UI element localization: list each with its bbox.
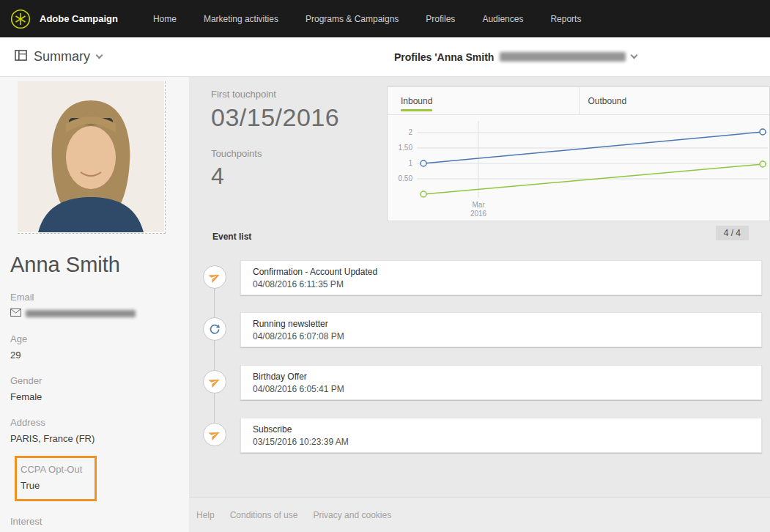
profile-sidebar: Anna Smith Email Age 29 [0, 77, 189, 532]
svg-text:0.50: 0.50 [399, 174, 413, 182]
top-navigation-bar: Adobe Campaign Home Marketing activities… [0, 0, 770, 37]
tab-inbound[interactable]: Inbound [388, 87, 579, 114]
nav-marketing-activities[interactable]: Marketing activities [204, 14, 278, 24]
svg-text:Mar: Mar [472, 201, 485, 209]
field-interest: Interest Movies [10, 516, 189, 532]
event-row-4: Subscribe 03/15/2016 10:23:39 AM [189, 418, 770, 453]
summary-view-icon [15, 49, 27, 64]
footer-link-conditions[interactable]: Conditions of use [230, 510, 298, 520]
event-card[interactable]: Confirmation - Account Updated 04/08/201… [240, 260, 762, 295]
chevron-down-icon [96, 52, 103, 59]
event-row-2: Running newsletter 04/08/2016 6:07:08 PM [189, 312, 770, 347]
field-label-email: Email [10, 292, 189, 303]
first-touchpoint-value: 03/15/2016 [211, 103, 339, 132]
view-switcher[interactable]: Summary [15, 49, 102, 64]
content-area: Anna Smith Email Age 29 [0, 77, 770, 532]
app-title: Adobe Campaign [40, 13, 118, 24]
svg-text:1: 1 [408, 159, 412, 167]
event-card[interactable]: Subscribe 03/15/2016 10:23:39 AM [240, 418, 762, 453]
event-list-header: Event list [212, 232, 251, 242]
field-gender: Gender Female [10, 375, 189, 402]
profile-photo [18, 81, 166, 234]
page-footer: Help Conditions of use Privacy and cooki… [189, 497, 770, 532]
envelope-icon [10, 308, 21, 319]
footer-link-help[interactable]: Help [196, 510, 215, 520]
svg-text:2: 2 [408, 128, 412, 136]
field-email: Email [10, 292, 189, 319]
nav-reports[interactable]: Reports [550, 14, 581, 24]
profile-name: Anna Smith [10, 253, 189, 277]
kpi-block: First touchpoint 03/15/2016 Touchpoints … [211, 89, 339, 190]
adobe-campaign-logo-icon [10, 9, 31, 29]
paper-plane-icon [203, 370, 226, 394]
page-title: Profiles 'Anna Smith [394, 51, 494, 63]
nav-audiences[interactable]: Audiences [482, 14, 523, 24]
svg-text:1.50: 1.50 [399, 144, 413, 152]
event-row-1: Confirmation - Account Updated 04/08/201… [189, 260, 770, 295]
field-value-email-redacted [10, 308, 189, 319]
timeline-connector [214, 277, 215, 435]
nav-home[interactable]: Home [153, 14, 177, 24]
profile-fields: Email Age 29 Gender Female [10, 292, 189, 532]
field-age: Age 29 [10, 333, 189, 361]
redacted-profile-id [500, 52, 626, 62]
chevron-down-icon[interactable] [631, 52, 638, 59]
touchpoints-chart-card: Inbound Outbound 2 1.50 1 0.50 [387, 86, 770, 221]
field-address: Address PARIS, France (FR) [10, 417, 189, 444]
event-count-badge: 4 / 4 [716, 226, 749, 240]
svg-text:2016: 2016 [470, 210, 487, 218]
nav-programs-campaigns[interactable]: Programs & Campaigns [306, 14, 399, 24]
profile-heading: Profiles 'Anna Smith [394, 37, 637, 76]
event-card[interactable]: Running newsletter 04/08/2016 6:07:08 PM [240, 312, 762, 347]
ccpa-opt-out-highlight-box: CCPA Opt-Out True [15, 456, 97, 501]
paper-plane-icon [203, 423, 226, 446]
tab-outbound[interactable]: Outbound [579, 87, 770, 114]
view-label: Summary [34, 49, 90, 64]
nav-profiles[interactable]: Profiles [426, 14, 455, 24]
touchpoints-label: Touchpoints [211, 148, 339, 159]
event-row-3: Birthday Offer 04/08/2016 6:05:41 PM [189, 365, 770, 400]
touchpoints-line-chart: 2 1.50 1 0.50 Mar 2016 [388, 115, 769, 220]
recurring-delivery-icon [203, 317, 226, 341]
paper-plane-icon [203, 265, 226, 289]
page-header-bar: Summary Profiles 'Anna Smith [0, 37, 770, 77]
summary-main-panel: First touchpoint 03/15/2016 Touchpoints … [189, 77, 770, 532]
chart-tabs: Inbound Outbound [388, 87, 769, 115]
event-card[interactable]: Birthday Offer 04/08/2016 6:05:41 PM [240, 365, 762, 400]
footer-link-privacy[interactable]: Privacy and cookies [313, 510, 391, 520]
field-ccpa-opt-out: CCPA Opt-Out True [21, 464, 84, 491]
redacted-email-value [26, 310, 136, 317]
main-nav: Home Marketing activities Programs & Cam… [153, 14, 582, 24]
touchpoints-value: 4 [211, 163, 339, 190]
first-touchpoint-label: First touchpoint [211, 89, 339, 100]
